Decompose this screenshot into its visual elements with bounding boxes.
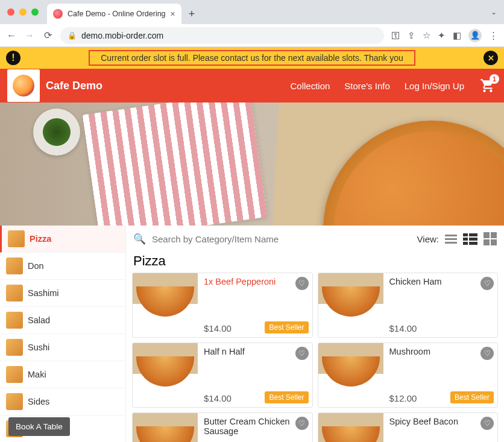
- category-label: Maki: [28, 370, 46, 379]
- sidebar-item-maki[interactable]: Maki: [0, 361, 125, 388]
- item-image: [318, 273, 383, 337]
- nav-collection[interactable]: Collection: [290, 81, 330, 91]
- sidebar-item-sushi[interactable]: Sushi: [0, 334, 125, 361]
- menu-item-card[interactable]: Mushroom$12.00♡Best Seller: [318, 343, 499, 408]
- address-bar: ← → ⟳ 🔒 demo.mobi-order.com ⚿ ⇪ ☆ ✦ ◧ 👤 …: [0, 24, 504, 47]
- favicon-icon: [53, 9, 63, 19]
- hero-image: [0, 103, 504, 226]
- cart-count-badge: 1: [490, 74, 499, 84]
- dismiss-banner-button[interactable]: ✕: [484, 51, 498, 65]
- favorite-button[interactable]: ♡: [480, 347, 494, 360]
- close-tab-icon[interactable]: ×: [171, 9, 175, 19]
- menu-item-card[interactable]: Spicy Beef Bacon♡: [318, 412, 499, 442]
- url-field[interactable]: 🔒 demo.mobi-order.com: [60, 27, 384, 44]
- notice-banner: ! Current order slot is full. Please con…: [0, 47, 504, 69]
- close-window-icon[interactable]: [7, 8, 14, 16]
- content-panel: 🔍 View: Pizza 1x Beef Pepperoni$14.00♡Be…: [126, 226, 504, 442]
- search-input[interactable]: [152, 234, 411, 244]
- menu-icon[interactable]: ⋮: [489, 30, 498, 41]
- item-image: [133, 413, 198, 442]
- content-toolbar: 🔍 View:: [126, 226, 504, 252]
- key-icon[interactable]: ⚿: [391, 30, 400, 40]
- cart-button[interactable]: 1: [479, 77, 497, 95]
- window-controls: [7, 8, 39, 16]
- sidebar-item-don[interactable]: Don: [0, 253, 125, 280]
- panel-icon[interactable]: ◧: [453, 30, 461, 41]
- category-label: Salad: [28, 315, 50, 325]
- nav-store-info[interactable]: Store's Info: [344, 81, 389, 91]
- item-name: Spicy Beef Bacon: [389, 417, 492, 426]
- share-icon[interactable]: ⇪: [408, 30, 415, 41]
- favorite-button[interactable]: ♡: [295, 417, 309, 430]
- view-grid-icon[interactable]: [484, 232, 497, 245]
- profile-avatar[interactable]: 👤: [468, 29, 482, 42]
- item-name: 1x Beef Pepperoni: [204, 277, 306, 286]
- brand-name: Cafe Demo: [46, 80, 102, 92]
- book-table-button[interactable]: Book A Table: [8, 417, 70, 436]
- item-grid: 1x Beef Pepperoni$14.00♡Best SellerChick…: [126, 273, 504, 442]
- sidebar-item-sides[interactable]: Sides: [0, 388, 125, 415]
- view-label: View:: [417, 234, 439, 244]
- banner-text: Current order slot is full. Please conta…: [89, 50, 415, 66]
- back-button[interactable]: ←: [6, 30, 17, 41]
- bookmark-icon[interactable]: ☆: [423, 30, 430, 41]
- main-content: PizzaDonSashimiSaladSushiMakiSidesDusunT…: [0, 226, 504, 442]
- category-thumb: [6, 393, 23, 410]
- url-text: demo.mobi-order.com: [81, 31, 163, 40]
- item-name: Butter Cream Chicken Sausage: [204, 417, 306, 436]
- menu-item-card[interactable]: Half n Half$14.00♡Best Seller: [132, 343, 313, 408]
- category-thumb: [6, 312, 23, 329]
- category-thumb: [8, 230, 25, 247]
- favorite-button[interactable]: ♡: [295, 277, 309, 290]
- item-image: [318, 343, 383, 407]
- item-image: [133, 273, 198, 337]
- category-label: Don: [28, 261, 44, 271]
- tab-overflow-icon[interactable]: ⌄: [491, 8, 497, 16]
- tab-title: Cafe Demo - Online Ordering: [68, 10, 166, 18]
- item-name: Half n Half: [204, 347, 306, 356]
- forward-button[interactable]: →: [24, 30, 35, 41]
- favorite-button[interactable]: ♡: [295, 347, 309, 360]
- view-list-icon[interactable]: [445, 235, 457, 244]
- sidebar-item-pizza[interactable]: Pizza: [0, 226, 125, 253]
- new-tab-button[interactable]: +: [189, 8, 195, 21]
- alert-icon: !: [6, 51, 20, 65]
- item-name: Mushroom: [389, 347, 492, 356]
- category-thumb: [6, 366, 23, 383]
- best-seller-badge: Best Seller: [265, 321, 308, 333]
- item-image: [318, 413, 383, 442]
- browser-tab-strip: Cafe Demo - Online Ordering × + ⌄: [0, 0, 504, 24]
- minimize-window-icon[interactable]: [19, 8, 27, 16]
- site-header: Cafe Demo Collection Store's Info Log In…: [0, 69, 504, 103]
- menu-item-card[interactable]: Chicken Ham$14.00♡: [318, 273, 499, 338]
- section-title: Pizza: [126, 252, 504, 273]
- browser-tab[interactable]: Cafe Demo - Online Ordering ×: [47, 4, 181, 24]
- item-name: Chicken Ham: [389, 277, 492, 286]
- lock-icon: 🔒: [68, 31, 77, 40]
- menu-item-card[interactable]: Butter Cream Chicken Sausage♡: [132, 412, 313, 442]
- toolbar-icons: ⚿ ⇪ ☆ ✦ ◧ 👤 ⋮: [391, 29, 498, 42]
- sidebar-item-salad[interactable]: Salad: [0, 307, 125, 334]
- category-label: Sashimi: [28, 288, 59, 298]
- favorite-button[interactable]: ♡: [480, 277, 494, 290]
- category-label: Pizza: [30, 234, 51, 244]
- favorite-button[interactable]: ♡: [480, 417, 494, 430]
- header-nav: Collection Store's Info Log In/Sign Up 1: [290, 77, 497, 95]
- category-label: Sushi: [28, 343, 49, 352]
- best-seller-badge: Best Seller: [265, 391, 308, 403]
- nav-login[interactable]: Log In/Sign Up: [405, 81, 464, 91]
- sidebar-item-sashimi[interactable]: Sashimi: [0, 280, 125, 307]
- menu-item-card[interactable]: 1x Beef Pepperoni$14.00♡Best Seller: [132, 273, 313, 338]
- item-image: [133, 343, 198, 407]
- category-sidebar: PizzaDonSashimiSaladSushiMakiSidesDusunT…: [0, 226, 126, 442]
- category-thumb: [6, 339, 23, 356]
- view-detail-icon[interactable]: [463, 233, 477, 245]
- best-seller-badge: Best Seller: [450, 391, 494, 403]
- extensions-icon[interactable]: ✦: [438, 30, 446, 41]
- brand-logo[interactable]: [7, 69, 40, 102]
- reload-button[interactable]: ⟳: [42, 30, 53, 41]
- item-price: $14.00: [389, 323, 492, 333]
- category-label: Sides: [28, 397, 49, 406]
- maximize-window-icon[interactable]: [31, 8, 39, 16]
- category-thumb: [6, 257, 23, 274]
